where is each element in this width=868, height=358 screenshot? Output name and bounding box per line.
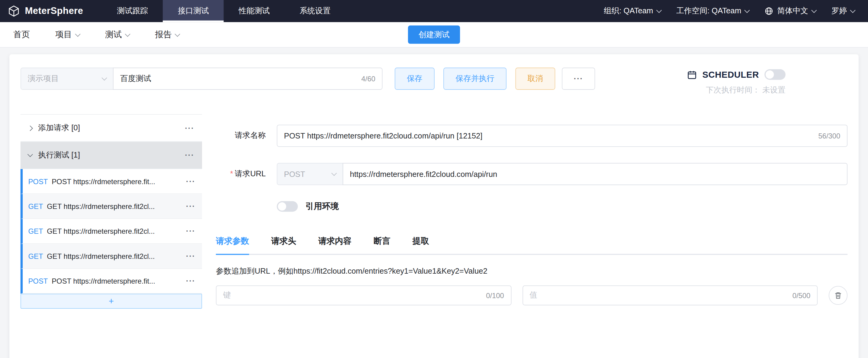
- test-name-value: 百度测试: [120, 74, 151, 84]
- test-name-counter: 4/60: [361, 75, 375, 83]
- request-label: POST https://rdmetersphere.fit...: [52, 277, 186, 285]
- globe-icon: [765, 7, 773, 16]
- chevron-down-icon: [744, 7, 750, 13]
- group-add-request[interactable]: 添加请求 [0] ···: [21, 115, 202, 142]
- topnav-label: 性能测试: [239, 6, 270, 16]
- url-label-text: 请求URL: [235, 169, 266, 178]
- cancel-button[interactable]: 取消: [515, 68, 555, 90]
- group-menu-button[interactable]: ···: [185, 151, 194, 160]
- topnav-label: 测试跟踪: [117, 6, 148, 16]
- add-request-button[interactable]: +: [21, 294, 202, 308]
- org-selector[interactable]: 组织: QATeam: [604, 6, 661, 16]
- request-item[interactable]: GET GET https://rdmetersphere.fit2cl... …: [21, 194, 202, 219]
- request-label: POST https://rdmetersphere.fit...: [52, 177, 186, 185]
- request-name-value: POST https://rdmetersphere.fit2cloud.com…: [284, 131, 482, 140]
- param-key-input[interactable]: 键 0/100: [216, 285, 511, 305]
- chevron-down-icon: [101, 75, 107, 80]
- subnav-report[interactable]: 报告: [155, 29, 179, 40]
- chevron-down-icon: [28, 152, 33, 157]
- http-method-select[interactable]: POST: [277, 163, 343, 185]
- request-menu-button[interactable]: ···: [186, 277, 195, 285]
- chevron-down-icon: [811, 7, 817, 13]
- param-row: 键 0/100 值 0/500: [216, 285, 847, 305]
- topnav-label: 接口测试: [178, 6, 209, 16]
- request-name-row: 请求名称 POST https://rdmetersphere.fit2clou…: [216, 125, 847, 147]
- chevron-down-icon: [75, 31, 80, 36]
- project-select[interactable]: 演示项目: [21, 68, 114, 90]
- subnav-project[interactable]: 项目: [55, 29, 80, 40]
- tab-request-body[interactable]: 请求内容: [318, 236, 351, 254]
- request-method: GET: [28, 252, 43, 260]
- subnav-label: 测试: [105, 29, 122, 40]
- next-run-time: 下次执行时间： 未设置: [706, 85, 785, 95]
- save-button[interactable]: 保存: [395, 68, 435, 90]
- request-name-label: 请求名称: [216, 131, 266, 141]
- topnav-system-settings[interactable]: 系统设置: [284, 0, 345, 22]
- topnav-test-tracking[interactable]: 测试跟踪: [102, 0, 163, 22]
- tab-extract[interactable]: 提取: [412, 236, 429, 254]
- required-mark: *: [230, 169, 233, 178]
- tab-request-params[interactable]: 请求参数: [216, 236, 249, 254]
- brand-title: MeterSphere: [25, 5, 83, 17]
- request-method: GET: [28, 227, 43, 235]
- request-url-row: *请求URL POST https://rdmetersphere.fit2cl…: [216, 163, 847, 185]
- metersphere-logo-icon: [8, 5, 20, 17]
- request-url-value: https://rdmetersphere.fit2cloud.com/api/…: [350, 170, 497, 178]
- topnav-performance-testing[interactable]: 性能测试: [224, 0, 285, 22]
- language-selector[interactable]: 简体中文: [765, 6, 816, 16]
- request-menu-button[interactable]: ···: [186, 177, 195, 186]
- project-select-value: 演示项目: [28, 74, 59, 84]
- top-bar: MeterSphere 测试跟踪 接口测试 性能测试 系统设置 组织: QATe…: [0, 0, 868, 22]
- plus-icon: +: [109, 296, 114, 306]
- request-menu-button[interactable]: ···: [186, 252, 195, 260]
- group-run-test[interactable]: 执行测试 [1] ···: [21, 142, 202, 169]
- request-name-input[interactable]: POST https://rdmetersphere.fit2cloud.com…: [277, 125, 847, 147]
- request-item[interactable]: POST POST https://rdmetersphere.fit... ·…: [21, 269, 202, 294]
- brand-area: MeterSphere: [0, 0, 83, 22]
- environment-label: 引用环境: [306, 201, 339, 212]
- tab-assertions[interactable]: 断言: [374, 236, 390, 254]
- create-test-button[interactable]: 创建测试: [408, 25, 460, 44]
- workspace-selector[interactable]: 工作空间: QATeam: [676, 6, 749, 16]
- request-url-input[interactable]: https://rdmetersphere.fit2cloud.com/api/…: [343, 163, 848, 185]
- params-hint: 参数追加到URL，例如https://fit2cloud.com/entries…: [216, 267, 847, 277]
- test-name-input[interactable]: 百度测试 4/60: [113, 68, 383, 90]
- topnav-api-testing[interactable]: 接口测试: [163, 0, 224, 22]
- chevron-down-icon: [125, 31, 130, 36]
- request-menu-button[interactable]: ···: [186, 202, 195, 211]
- card-body: 添加请求 [0] ··· 执行测试 [1] ··· POST POST http…: [21, 114, 847, 309]
- user-name: 罗婷: [832, 6, 847, 16]
- param-key-counter: 0/100: [486, 291, 504, 299]
- param-value-placeholder: 值: [529, 290, 537, 300]
- chevron-down-icon: [850, 7, 856, 13]
- delete-param-button[interactable]: [829, 286, 847, 305]
- request-item[interactable]: GET GET https://rdmetersphere.fit2cl... …: [21, 244, 202, 269]
- chevron-right-icon: [28, 125, 33, 131]
- scheduler-toggle[interactable]: [765, 69, 785, 80]
- request-item[interactable]: GET GET https://rdmetersphere.fit2cl... …: [21, 219, 202, 244]
- user-menu[interactable]: 罗婷: [832, 6, 855, 16]
- more-actions-button[interactable]: ···: [562, 68, 595, 90]
- ellipsis-icon: ···: [574, 74, 583, 83]
- request-item[interactable]: POST POST https://rdmetersphere.fit... ·…: [21, 169, 202, 194]
- save-and-run-button[interactable]: 保存并执行: [443, 68, 506, 90]
- request-menu-button[interactable]: ···: [186, 227, 195, 236]
- top-nav: 测试跟踪 接口测试 性能测试 系统设置: [102, 0, 345, 22]
- language-label: 简体中文: [777, 6, 808, 16]
- workspace-label: 工作空间: QATeam: [676, 6, 741, 16]
- subnav-test[interactable]: 测试: [105, 29, 130, 40]
- main-area: 演示项目 百度测试 4/60 保存 保存并执行 取消 ···: [0, 47, 868, 358]
- scheduler-title: SCHEDULER: [702, 70, 759, 80]
- request-label: GET https://rdmetersphere.fit2cl...: [47, 202, 186, 210]
- chevron-down-icon: [331, 170, 337, 176]
- subnav-home[interactable]: 首页: [13, 29, 30, 40]
- param-value-input[interactable]: 值 0/500: [522, 285, 817, 305]
- calendar-icon: [687, 70, 697, 80]
- group-menu-button[interactable]: ···: [185, 124, 194, 132]
- request-method: POST: [28, 277, 48, 285]
- tab-request-headers[interactable]: 请求头: [271, 236, 296, 254]
- environment-toggle[interactable]: [277, 201, 298, 212]
- http-method-value: POST: [284, 170, 305, 178]
- request-label: GET https://rdmetersphere.fit2cl...: [47, 227, 186, 235]
- request-method: POST: [28, 177, 48, 185]
